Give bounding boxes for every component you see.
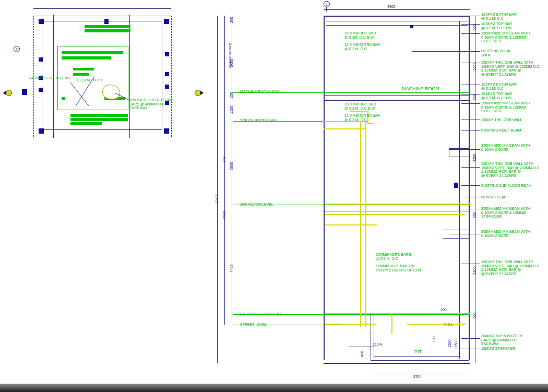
call-r12: 150 MM THK. CHB WALL WITH 16MMØ VERT. BA… xyxy=(481,162,540,178)
call-l1: 16 MMØ BOT. BAR @ 0.2M. O.C B.W. xyxy=(344,31,376,39)
dim-bot-a: 110 A xyxy=(373,342,382,347)
call-l6: 12MMØ HOR. BARS @ EVERY 2 LAYERS OF CHB xyxy=(376,264,421,272)
svg-marker-5 xyxy=(3,91,6,95)
dim-h2: 2600 xyxy=(230,58,233,67)
dim-h8: CH xyxy=(222,157,226,162)
plan-pit-label: ELEVATOR PIT xyxy=(77,78,103,82)
grid-marker-L: L xyxy=(324,1,330,7)
lbl-gf: GROUND FLOOR LEVEL xyxy=(240,312,282,316)
dim-h3: 250 xyxy=(230,92,233,98)
dim-r4: 4250 xyxy=(473,153,476,162)
lbl-machine-room-level: MACHINE ROOM LEVEL xyxy=(240,90,282,94)
dim-h7: 4600 xyxy=(222,211,226,219)
call-r3: 250MMx600 MM BEAM WITH 6-16MMØ BARS & 12… xyxy=(481,31,530,43)
dim-r6: 2300 xyxy=(473,266,476,275)
dim-r7: 500 xyxy=(473,312,476,318)
lbl-top-roof-beam: TOP OF ROOF BEAM xyxy=(240,118,277,123)
call-r16: 250MMx800 MM BEAM WITH 6-16MMØ BARS xyxy=(481,230,530,237)
lbl-street: STREET LEVEL xyxy=(240,323,267,327)
dim-h-overall: 12400 xyxy=(215,194,219,204)
dim-bot-b: 400 xyxy=(360,351,364,357)
call-r6: 16 MMØ EXTRA BAR @ 0.1 M. O.C xyxy=(481,82,517,90)
section-eye-left xyxy=(3,89,15,95)
call-l3: 16 MMØ BOT. BAR @ 0.2 M. O.C B.W. xyxy=(344,102,376,110)
lbl-ngl: N.G.L. xyxy=(444,323,454,327)
dim-r2: 2050 xyxy=(473,62,476,70)
call-r2: 16 MMØ TOP BAR @ 0.2 M. O.C B.W. xyxy=(481,22,513,30)
section-eye-right xyxy=(192,89,204,95)
call-r14: NEW RC SLAB xyxy=(481,195,506,199)
dim-r3: 500 xyxy=(473,94,476,100)
svg-line-2 xyxy=(115,93,130,101)
call-l2: 12 MMØ EXTRA BAR @ 0.2 M. O.C xyxy=(344,43,380,51)
dim-r5: 550 xyxy=(473,212,476,218)
bottom-bar xyxy=(0,384,548,392)
lbl-machine-room: MACHINE ROOM xyxy=(402,87,439,92)
svg-point-6 xyxy=(195,90,200,96)
dim-r9: 100 xyxy=(432,336,436,342)
dim-r8: 200 xyxy=(440,308,447,312)
call-l4: 12 MMØ EXTRA BAR @ 0.2 M. O.C xyxy=(344,114,380,122)
call-r17: 150 MM THK. CHB WALL WITH 16MMØ VERT. BA… xyxy=(481,260,540,276)
svg-line-0 xyxy=(70,82,89,106)
lbl-2nd-floor: 2ND FLOOR LEVEL xyxy=(240,203,273,207)
plan-bars-note: 20MMØ TOP & BOTTOM BARS @ 400MM O.C EACH… xyxy=(129,98,171,110)
dim-h6: 4400 xyxy=(230,264,233,272)
call-r8: 250MMx855 MM BEAM WITH 6-16MMØ BARS & 12… xyxy=(481,101,530,113)
call-r15: 250MMx800 MM BEAM WITH 6-16MMØ BARS & 12… xyxy=(481,207,530,219)
call-r4: HOISTING HOOK 20KN xyxy=(481,49,510,57)
call-r19: 12MMØ STIFFENER xyxy=(481,347,516,351)
call-r11: 250MMx800 MM BEAM WITH 6-16MMØ BARS xyxy=(481,144,530,151)
lbl-pit: PIT xyxy=(414,350,422,355)
drawing-canvas: GROUND FLOOR LEVEL ELEVATOR PIT 20MMØ TO… xyxy=(0,0,548,392)
call-r13: EXISTING 2ND FLOOR BEAM xyxy=(481,184,531,188)
dim-h5: 3800 xyxy=(230,162,233,170)
call-r9: 150MM THK. CHB WALL xyxy=(481,118,522,122)
dim-r1: 550 xyxy=(473,24,476,30)
call-r1: 16 MMØ EXTRA BAR @ 0.1 M. O.C xyxy=(481,13,517,20)
dim-top: 4460 xyxy=(387,5,396,9)
dim-h1: 200 xyxy=(230,17,233,23)
svg-marker-8 xyxy=(200,91,204,95)
plan-gf-label: GROUND FLOOR LEVEL xyxy=(29,76,72,80)
grid-marker-2: 2 xyxy=(14,46,20,52)
call-r10: EXISTING ROOF BEAM xyxy=(481,128,521,133)
call-r18: 20MMØ TOP & BOTTOM BARS @ 400MM O.C EACH… xyxy=(481,334,522,346)
dim-r11: 1560 xyxy=(448,339,452,348)
dim-r10: 1500 xyxy=(454,339,458,348)
svg-point-3 xyxy=(6,90,11,96)
dim-bot-main: 2764 xyxy=(413,375,422,379)
call-l5: 16MMØ VERT. BARS @ 0.2 M. O.C xyxy=(376,253,411,260)
call-r5: 150 MM THK. CHB WALL WITH 16MMØ VERT. BA… xyxy=(481,61,540,77)
call-r7: 16 MMØ TOP BAR @ 0.2 M. O.C B.W. xyxy=(481,92,513,100)
dim-h4: 1150 xyxy=(230,105,233,114)
